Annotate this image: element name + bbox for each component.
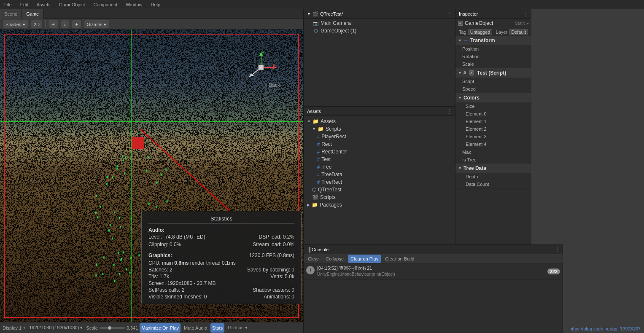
element3-row: Element 3 <box>455 133 531 140</box>
asset-scripts-scene[interactable]: 🎬 Scripts <box>304 193 455 201</box>
stats-fps: 1230.0 FPS (0.8ms) <box>249 252 294 258</box>
stats-audio-title: Audio: <box>148 227 294 233</box>
test-arrow: ▼ <box>458 71 462 75</box>
asset-rectcenter[interactable]: # RectCenter <box>304 148 455 156</box>
tree-data-arrow: ▼ <box>458 166 462 170</box>
stats-skinned: Visible skinned meshes: 0 <box>148 294 207 300</box>
svg-text:x: x <box>273 62 275 67</box>
stats-skinned-row: Visible skinned meshes: 0 Animations: 0 <box>148 294 294 300</box>
asset-rect[interactable]: # Rect <box>304 140 455 148</box>
static-label: Static ▾ <box>515 21 529 26</box>
assets-tab[interactable]: Assets <box>304 107 324 116</box>
element2-row: Element 2 <box>455 125 531 133</box>
lighting-btn[interactable]: ☀ <box>48 20 58 28</box>
stats-btn[interactable]: Stats <box>210 323 224 333</box>
gizmos-btn[interactable]: Gizmos ▾ <box>84 20 109 28</box>
depth-label: Depth <box>466 174 528 179</box>
back-label[interactable]: ≡ Back <box>264 82 280 88</box>
hierarchy-tab[interactable]: ▼ 🎬 QTreeTest* <box>304 9 347 19</box>
transform-header[interactable]: ▼ ↔ Transform <box>455 36 531 45</box>
gizmos-game-btn[interactable]: Gizmos ▾ <box>226 323 249 333</box>
hierarchy-item-gameobject[interactable]: ⬡ GameObject (1) <box>304 27 455 35</box>
gameobject-name: GameObject <box>465 20 513 26</box>
data-count-row: Data Count <box>455 180 531 188</box>
maximize-on-play-btn[interactable]: Maximize On Play <box>140 323 181 333</box>
menu-gameobject[interactable]: GameObject <box>57 2 87 7</box>
menu-component[interactable]: Component <box>92 2 119 7</box>
packages-arrow: ▶ <box>307 203 310 207</box>
rectcenter-label: RectCenter <box>321 149 347 155</box>
scripts-folder-icon: 📁 <box>318 126 324 132</box>
audio-btn[interactable]: ♪ <box>61 20 69 28</box>
console-tab-bar: ▐ Console ⋮ <box>304 245 563 254</box>
hash-icon-tree: # <box>317 164 320 169</box>
console-entry-0[interactable]: ! [04:15:52] 查询碰撞次数21 UnityEngine.MonoBe… <box>304 263 563 279</box>
assets-tab-more[interactable]: ⋮ <box>446 107 455 116</box>
shaded-btn[interactable]: Shaded ▾ <box>3 20 28 28</box>
hierarchy-icon-arrow: ▼ <box>307 9 311 19</box>
2d-btn[interactable]: 2D <box>31 20 43 28</box>
menu-window[interactable]: Window <box>124 2 144 7</box>
stats-setpass: SetPass calls: 2 <box>148 287 184 293</box>
tab-scene[interactable]: Scene <box>0 9 22 19</box>
hierarchy-icon-scene: 🎬 <box>313 9 318 19</box>
asset-treerect[interactable]: # TreeRect <box>304 178 455 186</box>
menu-assets[interactable]: Assets <box>35 2 52 7</box>
inspector-tab[interactable]: Inspector <box>455 9 481 19</box>
scale-row: Scale <box>455 60 531 68</box>
resolution-selector[interactable]: 1920*1080 (1920x1080) ▾ <box>27 323 84 333</box>
tree-data-header[interactable]: ▼ Tree Data <box>455 164 531 173</box>
asset-tree[interactable]: # Tree <box>304 163 455 171</box>
menu-help[interactable]: Help <box>149 2 162 7</box>
console-collapse-btn[interactable]: Collapse <box>323 255 346 263</box>
console-warn-icon: ! <box>306 266 315 274</box>
asset-treedata[interactable]: # TreeData <box>304 171 455 178</box>
console-content: ! [04:15:52] 查询碰撞次数21 UnityEngine.MonoBe… <box>304 263 563 333</box>
stats-level: Level: -74.8 dB (MUTED) <box>148 234 205 240</box>
asset-playerrect[interactable]: # PlayerRect <box>304 133 455 140</box>
hash-icon-treerect: # <box>317 180 320 185</box>
hierarchy-tab-more[interactable]: ⋮ <box>446 9 455 19</box>
tab-game[interactable]: Game <box>22 9 43 19</box>
asset-qtreetest[interactable]: ⬡ QTreeTest <box>304 186 455 193</box>
menu-file[interactable]: File <box>3 2 13 7</box>
rotation-label: Rotation <box>462 54 528 59</box>
asset-root-assets[interactable]: ▼ 📁 Assets <box>304 118 455 125</box>
layer-value[interactable]: Default <box>509 29 528 35</box>
script-field-row: Script <box>455 78 531 85</box>
scale-slider-track[interactable] <box>100 327 125 329</box>
inspector-tab-more[interactable]: ⋮ <box>523 9 531 19</box>
console-clear-btn[interactable]: Clear <box>305 255 321 263</box>
element1-row: Element 1 <box>455 118 531 125</box>
hierarchy-tab-label: QTreeTest* <box>320 9 343 19</box>
effects-btn[interactable]: ✦ <box>72 20 81 28</box>
console-tab[interactable]: ▐ Console <box>304 245 332 254</box>
hash-icon-rect: # <box>317 142 320 147</box>
stats-clip-row: Clipping: 0.0% Stream load: 0.0% <box>148 242 294 247</box>
colors-size-label: Size <box>466 104 528 109</box>
colors-header[interactable]: ▼ Colors <box>455 93 531 102</box>
stats-screen: Screen: 1920x1080 - 23.7 MB <box>148 280 216 286</box>
mute-audio-btn[interactable]: Mute Audio <box>182 323 209 333</box>
top-menu-bar: File Edit Assets GameObject Component Wi… <box>0 0 644 9</box>
back-icon: ≡ <box>264 82 267 88</box>
playerrect-label: PlayerRect <box>321 134 346 140</box>
gameobj-label: GameObject (1) <box>321 28 356 34</box>
test-active-checkbox[interactable]: ✓ <box>469 70 474 75</box>
asset-scripts-folder[interactable]: ▼ 📁 Scripts <box>304 125 455 133</box>
stats-cpu-row: CPU: main 0.8ms render thread 0.1ms <box>148 260 294 266</box>
console-clear-on-play-btn[interactable]: Clear on Play <box>348 255 381 263</box>
asset-packages[interactable]: ▶ 📁 Packages <box>304 201 455 209</box>
asset-test[interactable]: # Test <box>304 156 455 163</box>
test-script-header[interactable]: ▼ # ✓ Test (Script) <box>455 68 531 78</box>
tag-value[interactable]: Untagged <box>468 29 493 35</box>
treedata-label: TreeData <box>321 172 342 177</box>
stats-verts: Verts: 5.0k <box>270 274 294 279</box>
menu-edit[interactable]: Edit <box>19 2 30 7</box>
console-clear-on-build-btn[interactable]: Clear on Build <box>383 255 417 263</box>
gameobj-active-checkbox[interactable]: ✓ <box>458 21 463 26</box>
console-tab-more[interactable]: ⋮ <box>554 245 563 254</box>
scene-icon: 🎬 <box>312 194 318 200</box>
hierarchy-item-camera[interactable]: 📷 Main Camera <box>304 19 455 27</box>
assets-folder-icon: 📁 <box>313 118 319 124</box>
